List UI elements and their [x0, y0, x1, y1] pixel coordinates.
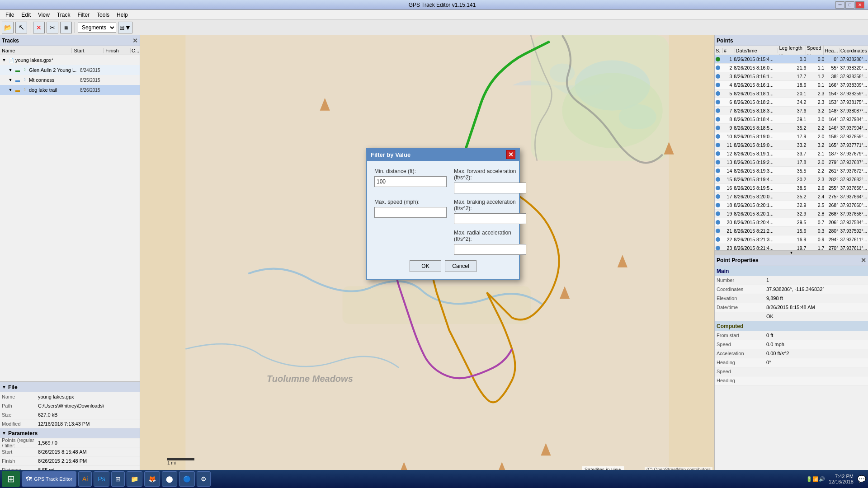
point-row[interactable]: 228/26/2015 8:21:3...16.90.9294°37.93761… [715, 235, 868, 244]
mode-select[interactable]: Segments Tracks Points [78, 23, 116, 33]
more-button[interactable]: ⊞▼ [118, 22, 132, 33]
taskbar-other-app[interactable]: ⚙ [197, 471, 211, 487]
point-row[interactable]: 148/26/2015 8:19:3...35.52.2261°37.93767… [715, 167, 868, 175]
map-area[interactable]: Tuolumne Meadows 1 mi (C) OpenStreetMap … [140, 35, 714, 474]
point-row[interactable]: 188/26/2015 8:20:1...32.92.5268°37.93766… [715, 201, 868, 210]
track-row[interactable]: ▼ ▬ ⌇ Mt conness 8/25/2015 [0, 75, 140, 85]
point-row[interactable]: 238/26/2015 8:21:4...19.71.7270°37.93761… [715, 244, 868, 250]
track-row[interactable]: ▼ 📄 young lakes.gpx* [0, 55, 140, 65]
max-speed-input[interactable] [374, 207, 447, 218]
svg-rect-4 [531, 35, 669, 161]
expand-icon[interactable]: ▼ [7, 87, 14, 93]
points-scroll-bottom[interactable]: ▼ [715, 250, 868, 255]
pp-dt-label: Date/time [715, 305, 764, 310]
cursor-button[interactable]: ↖ [15, 22, 27, 33]
menu-help[interactable]: Help [113, 11, 132, 19]
point-dot [716, 91, 720, 96]
point-row[interactable]: 208/26/2015 8:20:4...29.50.7206°37.93758… [715, 218, 868, 227]
taskbar-gps-app[interactable]: 🗺 GPS Track Editor [22, 471, 76, 487]
max-brk-acc-field: Max. braking acceleration (ft/s^2): [454, 199, 526, 224]
point-spd: 0.0 [807, 56, 825, 62]
open-button[interactable]: 📂 [2, 22, 14, 33]
taskbar-chrome-app[interactable]: ⬤ [162, 471, 177, 487]
toolbar-separator2 [75, 22, 75, 33]
taskbar-ps-app[interactable]: Ps [94, 471, 109, 487]
file-size-label: Size [0, 412, 36, 418]
params-section-title: Parameters [8, 430, 38, 436]
point-row[interactable]: 178/26/2015 8:20:0...35.22.4275°37.93766… [715, 192, 868, 201]
point-dot [716, 177, 720, 182]
toolbar-separator [30, 22, 30, 33]
point-row[interactable]: 198/26/2015 8:20:1...32.92.8268°37.93765… [715, 210, 868, 218]
menu-view[interactable]: View [34, 11, 53, 19]
minimize-button[interactable]: ─ [835, 1, 844, 9]
filter-row-1: Min. distance (ft): Max. forward acceler… [374, 168, 512, 193]
max-rad-acc-input[interactable] [454, 244, 526, 255]
start-button[interactable]: ⊞ [2, 471, 20, 487]
delete-button[interactable]: ✕ [33, 22, 45, 33]
restore-button[interactable]: □ [845, 1, 854, 9]
track-row[interactable]: ▼ ▬ ⌇ dog lake trail 8/26/2015 [0, 85, 140, 95]
menu-file[interactable]: File [2, 11, 18, 19]
point-dot [716, 143, 720, 147]
point-row[interactable]: 78/26/2015 8:18:3...37.63.2148°37.938087… [715, 107, 868, 115]
point-row[interactable]: 118/26/2015 8:19:0...33.23.2165°37.93777… [715, 141, 868, 150]
point-row[interactable]: 38/26/2015 8:16:1...17.71.238°37.938358°… [715, 72, 868, 81]
point-row[interactable]: 68/26/2015 8:18:2...34.22.3153°37.938175… [715, 98, 868, 107]
max-fwd-acc-input[interactable] [454, 183, 526, 193]
window-controls[interactable]: ─ □ ✕ [835, 1, 864, 9]
point-row[interactable]: 28/26/2015 8:16:0...21.61.155°37.938320°… [715, 64, 868, 72]
file-section-header[interactable]: ▼ File [0, 382, 140, 392]
track-row[interactable]: ▼ ▬ ⌇ Glen Aulin 2 Young L. 8/24/2015 [0, 65, 140, 75]
menu-filter[interactable]: Filter [74, 11, 93, 19]
taskbar-folder-app[interactable]: 📁 [127, 471, 142, 487]
filter-ok-button[interactable]: OK [410, 260, 441, 272]
menu-edit[interactable]: Edit [18, 11, 34, 19]
taskbar-blender-app[interactable]: 🔵 [179, 471, 195, 487]
point-row[interactable]: 1 8/26/2015 8:15:4... 0.0 0.0 0° 37.9382… [715, 55, 868, 64]
track-color-icon: ▬ [14, 87, 21, 93]
tracks-close-button[interactable]: ✕ [132, 37, 138, 44]
point-row[interactable]: 88/26/2015 8:18:4...39.13.0164°37.937984… [715, 115, 868, 124]
point-row[interactable]: 218/26/2015 8:21:2...15.60.3280°37.93759… [715, 227, 868, 235]
expand-icon[interactable]: ▼ [7, 77, 14, 83]
min-distance-input[interactable] [374, 176, 447, 187]
point-row[interactable]: 158/26/2015 8:19:4...20.22.3282°37.93768… [715, 175, 868, 184]
file-modified-value: 12/16/2018 7:13:43 PM [36, 421, 140, 427]
col-speed: Speed ... [806, 45, 824, 56]
point-leg: 0.0 [778, 56, 807, 62]
filter-cancel-button[interactable]: Cancel [445, 260, 476, 272]
point-row[interactable]: 108/26/2015 8:19:0...17.92.0158°37.93785… [715, 132, 868, 141]
expand-icon[interactable]: ▼ [1, 57, 7, 63]
point-row[interactable]: 138/26/2015 8:19:2...17.82.0279°37.93768… [715, 158, 868, 167]
file-section-title: File [8, 384, 18, 390]
menu-track[interactable]: Track [53, 11, 74, 19]
taskbar-win-app[interactable]: ⊞ [111, 471, 125, 487]
point-row[interactable]: 48/26/2015 8:16:1...18.60.1166°37.938309… [715, 81, 868, 89]
pp-heading-value: 0° [764, 360, 868, 365]
pp-close-button[interactable]: ✕ [861, 257, 866, 264]
pp-speed-row: Speed 0.0 mph [715, 340, 868, 349]
point-row[interactable]: 98/26/2015 8:18:5...35.22.2146°37.937904… [715, 124, 868, 132]
filter-close-button[interactable]: ✕ [506, 150, 515, 159]
cut-button[interactable]: ✂ [47, 22, 58, 33]
expand-icon[interactable]: ▼ [7, 67, 14, 73]
point-row[interactable]: 58/26/2015 8:18:1...20.12.3154°37.938259… [715, 89, 868, 98]
max-brk-acc-input[interactable] [454, 213, 526, 224]
point-dot [716, 74, 720, 79]
select-button[interactable]: ▦ [60, 22, 72, 33]
points-list: 1 8/26/2015 8:15:4... 0.0 0.0 0° 37.9382… [715, 55, 868, 250]
pp-ok-row: OK [715, 312, 868, 321]
point-row[interactable]: 128/26/2015 8:19:1...33.72.1187°37.93767… [715, 150, 868, 158]
point-row[interactable]: 168/26/2015 8:19:5...38.52.6255°37.93765… [715, 184, 868, 192]
taskbar-firefox-app[interactable]: 🦊 [144, 471, 160, 487]
close-button[interactable]: ✕ [855, 1, 864, 9]
menu-tools[interactable]: Tools [93, 11, 113, 19]
col-c: C... [131, 48, 140, 53]
params-start-row: Start 8/26/2015 8:15:48 AM [0, 447, 140, 456]
point-dot [716, 134, 720, 139]
pp-speed2-label: Speed [715, 369, 764, 374]
taskbar-ai-app[interactable]: Ai [78, 471, 92, 487]
file-toggle-icon: ▼ [2, 385, 6, 389]
pp-from-start-row: From start 0 ft [715, 331, 868, 340]
